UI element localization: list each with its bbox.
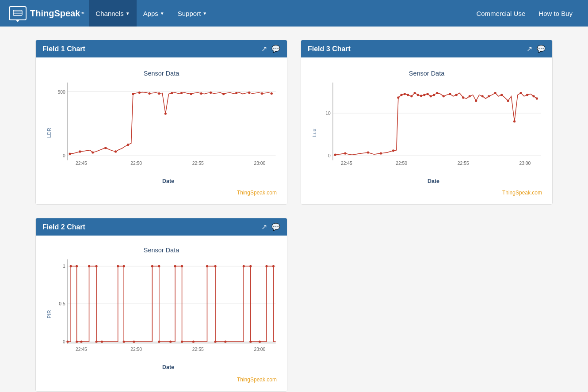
nav-apps[interactable]: Apps ▼: [137, 0, 171, 27]
svg-point-66: [433, 94, 435, 96]
svg-point-62: [420, 95, 422, 97]
svg-point-129: [259, 340, 261, 343]
svg-point-119: [101, 340, 103, 343]
svg-point-58: [407, 94, 409, 96]
svg-point-20: [115, 150, 117, 152]
field3-chart-card: Field 3 Chart ↗ 💬 Sensor Data Lux Date: [301, 40, 553, 205]
svg-point-60: [414, 92, 416, 94]
svg-text:Date: Date: [428, 178, 439, 184]
brand-logo: ThingSpeak™: [9, 6, 84, 20]
field3-external-icon[interactable]: ↗: [527, 45, 532, 53]
svg-text:22:45: 22:45: [76, 161, 87, 166]
field1-chart-area: Sensor Data LDR Date 500 0 22:45 2: [42, 64, 280, 188]
svg-point-32: [222, 93, 225, 95]
svg-point-72: [469, 95, 471, 97]
svg-point-71: [462, 96, 464, 99]
svg-text:0: 0: [63, 153, 65, 158]
svg-text:Sensor Data: Sensor Data: [144, 247, 179, 254]
svg-point-56: [401, 94, 403, 96]
svg-point-53: [380, 152, 382, 154]
svg-point-35: [261, 92, 263, 95]
field2-chart-header: Field 2 Chart ↗ 💬: [36, 218, 287, 236]
svg-point-65: [430, 95, 432, 97]
svg-point-36: [271, 92, 273, 95]
svg-point-125: [192, 340, 195, 343]
svg-point-57: [404, 93, 406, 95]
svg-point-19: [104, 147, 107, 149]
svg-point-18: [92, 151, 94, 153]
svg-text:22:45: 22:45: [76, 347, 87, 352]
svg-point-75: [488, 95, 490, 97]
svg-text:1: 1: [63, 264, 65, 269]
field3-chart-header: Field 3 Chart ↗ 💬: [301, 40, 552, 57]
support-caret: ▼: [202, 11, 207, 16]
field3-chart-area: Sensor Data Lux Date 10 0 22:45: [308, 64, 546, 188]
svg-text:22:55: 22:55: [192, 347, 204, 352]
svg-point-109: [206, 265, 208, 267]
svg-point-27: [171, 92, 173, 94]
nav-commercial-use[interactable]: Commercial Use: [470, 0, 532, 27]
field1-chart-header: Field 1 Chart ↗ 💬: [36, 40, 287, 57]
nav-right: Commercial Use How to Buy: [470, 0, 579, 27]
svg-point-120: [123, 340, 125, 343]
svg-point-111: [243, 265, 245, 267]
svg-text:23:00: 23:00: [519, 161, 531, 166]
svg-point-121: [133, 340, 135, 343]
field1-external-icon[interactable]: ↗: [261, 45, 267, 53]
svg-rect-0: [13, 10, 22, 15]
field3-chart-body: Sensor Data Lux Date 10 0 22:45: [301, 57, 552, 204]
svg-point-123: [169, 340, 172, 343]
svg-point-73: [475, 100, 477, 102]
field2-chart-body: Sensor Data PIR Date 1 0.5 0: [36, 236, 287, 391]
svg-text:Sensor Data: Sensor Data: [409, 70, 445, 77]
svg-point-116: [76, 340, 78, 343]
field3-comment-icon[interactable]: 💬: [537, 45, 546, 53]
svg-text:Sensor Data: Sensor Data: [144, 70, 179, 77]
field1-thingspeak-link[interactable]: ThingSpeak.com: [42, 188, 280, 198]
svg-text:PIR: PIR: [46, 310, 52, 318]
svg-point-68: [443, 95, 445, 97]
nav-channels[interactable]: Channels ▼: [89, 0, 136, 27]
nav-support[interactable]: Support ▼: [171, 0, 214, 27]
field1-comment-icon[interactable]: 💬: [271, 45, 280, 53]
svg-point-33: [235, 92, 237, 94]
svg-text:22:55: 22:55: [192, 161, 204, 166]
svg-point-124: [181, 340, 183, 343]
svg-point-59: [410, 95, 412, 97]
svg-text:23:00: 23:00: [254, 347, 266, 352]
svg-point-29: [190, 93, 192, 95]
svg-point-126: [214, 340, 216, 343]
svg-point-70: [455, 94, 458, 96]
svg-point-106: [158, 265, 160, 267]
field3-thingspeak-link[interactable]: ThingSpeak.com: [308, 188, 546, 198]
svg-point-107: [174, 265, 176, 267]
svg-point-118: [95, 340, 97, 343]
svg-point-104: [123, 265, 125, 267]
charts-grid: Field 1 Chart ↗ 💬 Sensor Data LDR Date: [35, 40, 553, 392]
svg-point-23: [138, 91, 141, 94]
svg-point-69: [449, 93, 451, 95]
nav-how-to-buy[interactable]: How to Buy: [532, 0, 579, 27]
field3-chart-title: Field 3 Chart: [308, 45, 351, 53]
svg-point-31: [210, 91, 212, 94]
brand-icon: [9, 6, 27, 20]
field2-comment-icon[interactable]: 💬: [271, 223, 280, 231]
field2-external-icon[interactable]: ↗: [261, 223, 267, 231]
field1-chart-title: Field 1 Chart: [42, 45, 85, 53]
field1-chart-icons: ↗ 💬: [261, 45, 280, 53]
field2-chart-icons: ↗ 💬: [261, 223, 280, 231]
svg-point-24: [149, 92, 151, 95]
field2-chart-area: Sensor Data PIR Date 1 0.5 0: [42, 242, 280, 375]
field1-chart-card: Field 1 Chart ↗ 💬 Sensor Data LDR Date: [35, 40, 287, 205]
svg-text:Date: Date: [162, 178, 174, 184]
svg-point-55: [397, 96, 399, 99]
field2-thingspeak-link[interactable]: ThingSpeak.com: [42, 375, 280, 384]
svg-point-102: [95, 265, 97, 267]
svg-text:500: 500: [57, 90, 65, 95]
svg-point-76: [494, 92, 496, 94]
svg-point-115: [66, 340, 69, 343]
svg-point-105: [151, 265, 153, 267]
svg-point-67: [436, 92, 438, 94]
svg-point-117: [80, 340, 82, 343]
svg-point-51: [344, 152, 346, 154]
